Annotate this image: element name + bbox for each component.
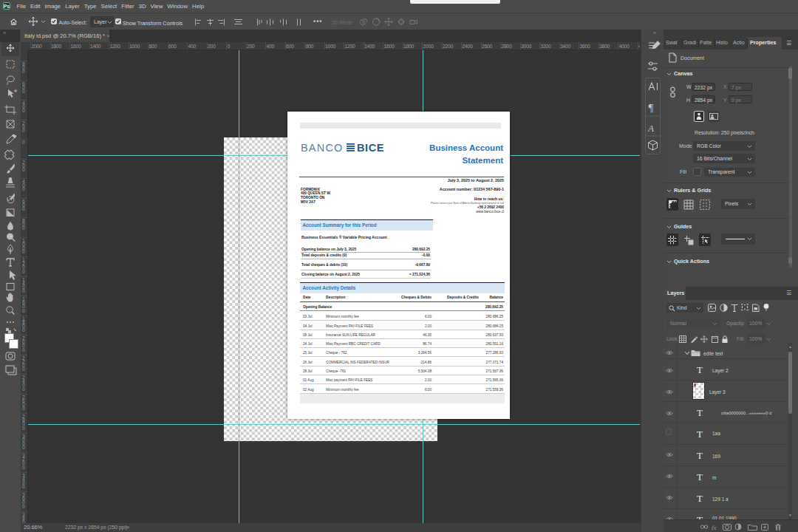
- svg-text:fx: fx: [712, 524, 717, 531]
- svg-text:¶: ¶: [649, 102, 654, 114]
- svg-text:A: A: [647, 123, 654, 134]
